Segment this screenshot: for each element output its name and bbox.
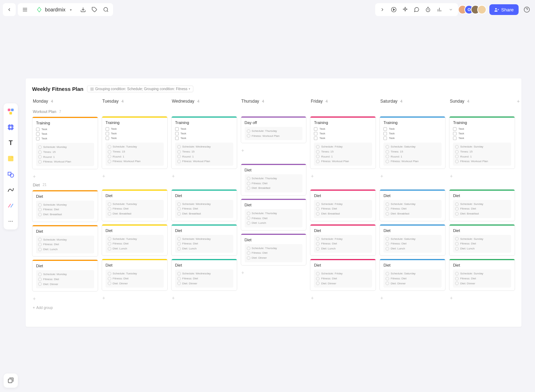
- column-wednesday: Wednesday4TrainingTaskTaskTaskSchedule: …: [171, 97, 237, 313]
- brand-dropdown[interactable]: boardmix ▾: [31, 7, 77, 12]
- add-card-button[interactable]: +: [310, 172, 376, 180]
- back-button[interactable]: [3, 3, 16, 16]
- chart-icon[interactable]: [434, 5, 444, 15]
- column-count: 4: [326, 99, 328, 103]
- diet-card[interactable]: DietSchedule: SaturdayFitness: DietDiet:…: [379, 224, 445, 256]
- training-card[interactable]: TrainingTaskTaskTaskSchedule: TuesdayTim…: [102, 116, 168, 169]
- add-group-button[interactable]: +Add group: [32, 303, 98, 313]
- diet-card[interactable]: DietSchedule: SundayFitness: DietDiet: B…: [449, 189, 515, 221]
- svg-point-28: [9, 221, 10, 222]
- add-card-button[interactable]: +: [32, 294, 98, 303]
- column-count: 4: [262, 99, 264, 103]
- diet-card[interactable]: DietSchedule: SaturdayFitness: DietDiet:…: [379, 259, 445, 291]
- svg-point-29: [10, 221, 11, 222]
- svg-rect-25: [8, 156, 14, 161]
- add-card-button[interactable]: +: [171, 172, 237, 180]
- svg-rect-17: [8, 109, 10, 111]
- diet-card[interactable]: DietSchedule: SaturdayFitness: DietDiet:…: [379, 189, 445, 221]
- diet-card[interactable]: DietSchedule: FridayFitness: DietDiet: L…: [310, 224, 376, 256]
- diet-card[interactable]: DietSchedule: ThursdayFitness: DietDiet:…: [241, 198, 307, 231]
- group-label-workout[interactable]: Workout Plan7: [32, 107, 98, 117]
- grouping-condition[interactable]: Grouping condition: Schedule; Grouping c…: [87, 86, 194, 92]
- svg-marker-7: [393, 9, 395, 10]
- column-thursday: Thursday4Day offSchedule: ThursdayFitnes…: [241, 97, 307, 313]
- diet-card[interactable]: DietSchedule: FridayFitness: DietDiet: D…: [310, 259, 376, 291]
- diet-card[interactable]: DietSchedule: FridayFitness: DietDiet: B…: [310, 189, 376, 221]
- svg-rect-34: [91, 89, 92, 90]
- text-tool-icon[interactable]: T: [6, 138, 15, 148]
- diet-card[interactable]: DietSchedule: MondayFitness: DietDiet: D…: [32, 259, 98, 292]
- collaborator-avatars[interactable]: O: [461, 5, 486, 14]
- add-card-button[interactable]: +: [310, 294, 376, 302]
- add-card-button[interactable]: +: [32, 172, 98, 181]
- chevron-down-icon: ▾: [70, 8, 72, 12]
- training-card[interactable]: TrainingTaskTaskTaskSchedule: WednesdayT…: [171, 116, 237, 169]
- share-button[interactable]: Share: [489, 4, 519, 15]
- column-monday: Monday4Workout Plan7TrainingTaskTaskTask…: [32, 97, 98, 313]
- column-count: 4: [51, 99, 53, 103]
- sparkle-icon[interactable]: [400, 5, 410, 15]
- add-card-button[interactable]: +: [171, 294, 237, 302]
- curve-tool-icon[interactable]: [6, 185, 15, 195]
- diet-card[interactable]: DietSchedule: SundayFitness: DietDiet: L…: [449, 224, 515, 256]
- add-card-button[interactable]: +: [241, 146, 307, 155]
- diet-card[interactable]: DietSchedule: SundayFitness: DietDiet: D…: [449, 259, 515, 291]
- svg-point-27: [10, 174, 14, 177]
- diet-card[interactable]: DietSchedule: ThursdayFitness: DietDiet:…: [241, 164, 307, 196]
- more-tools-icon[interactable]: [6, 217, 15, 226]
- help-icon[interactable]: [521, 4, 532, 15]
- training-card[interactable]: TrainingTaskTaskTaskSchedule: SaturdayTi…: [379, 116, 445, 169]
- shapes-tool-icon[interactable]: [6, 107, 15, 116]
- diet-card[interactable]: DietSchedule: TuesdayFitness: DietDiet: …: [102, 224, 168, 256]
- sticky-note-tool-icon[interactable]: [6, 154, 15, 163]
- diet-card[interactable]: DietSchedule: MondayFitness: DietDiet: L…: [32, 225, 98, 257]
- diet-card[interactable]: DietSchedule: WednesdayFitness: DietDiet…: [171, 224, 237, 256]
- more-chevron-icon[interactable]: [446, 5, 456, 15]
- training-card[interactable]: TrainingTaskTaskTaskSchedule: SundayTime…: [449, 116, 515, 169]
- diet-card[interactable]: DietSchedule: WednesdayFitness: DietDiet…: [171, 259, 237, 291]
- share-label: Share: [501, 7, 514, 12]
- svg-point-12: [495, 8, 497, 9]
- training-card[interactable]: TrainingTaskTaskTaskSchedule: MondayTime…: [32, 117, 98, 169]
- svg-rect-33: [92, 88, 93, 89]
- training-card[interactable]: Day offSchedule: ThursdayFitness: Workou…: [241, 116, 307, 143]
- svg-rect-18: [11, 109, 14, 111]
- connector-tool-icon[interactable]: [6, 201, 15, 210]
- tag-icon[interactable]: [90, 5, 100, 15]
- add-card-button[interactable]: +: [379, 172, 445, 180]
- group-label-diet[interactable]: Diet21: [32, 181, 98, 190]
- add-card-button[interactable]: +: [102, 172, 168, 180]
- diet-card[interactable]: DietSchedule: TuesdayFitness: DietDiet: …: [102, 189, 168, 221]
- column-friday: Friday4TrainingTaskTaskTaskSchedule: Fri…: [310, 97, 376, 313]
- frame-tool-icon[interactable]: [6, 123, 15, 132]
- add-column-button[interactable]: +: [515, 98, 521, 104]
- add-card-button[interactable]: +: [449, 172, 515, 180]
- shape-tool-icon[interactable]: [6, 170, 15, 179]
- column-name: Monday: [33, 99, 48, 104]
- layers-button[interactable]: [4, 373, 18, 388]
- training-card[interactable]: TrainingTaskTaskTaskSchedule: FridayTime…: [310, 116, 376, 169]
- comment-icon[interactable]: [412, 5, 422, 15]
- timer-icon[interactable]: [423, 5, 433, 15]
- diet-card[interactable]: DietSchedule: WednesdayFitness: DietDiet…: [171, 189, 237, 221]
- menu-icon[interactable]: [20, 5, 30, 15]
- column-name: Sunday: [450, 99, 464, 104]
- play-icon[interactable]: [389, 5, 399, 15]
- board-canvas: Weekly Fitness Plan Grouping condition: …: [26, 78, 521, 327]
- diet-card[interactable]: DietSchedule: MondayFitness: DietDiet: B…: [32, 190, 98, 222]
- svg-point-4: [104, 7, 108, 11]
- search-icon[interactable]: [101, 5, 111, 15]
- column-name: Tuesday: [102, 99, 119, 104]
- svg-rect-19: [9, 112, 12, 114]
- diet-card[interactable]: DietSchedule: TuesdayFitness: DietDiet: …: [102, 259, 168, 291]
- svg-rect-35: [92, 89, 93, 90]
- download-icon[interactable]: [78, 5, 88, 15]
- column-tuesday: Tuesday4TrainingTaskTaskTaskSchedule: Tu…: [102, 97, 168, 313]
- add-card-button[interactable]: +: [102, 294, 168, 302]
- add-card-button[interactable]: +: [449, 294, 515, 302]
- column-name: Wednesday: [172, 99, 194, 104]
- expand-icon[interactable]: [377, 5, 387, 15]
- diet-card[interactable]: DietSchedule: ThursdayFitness: DietDiet:…: [241, 233, 307, 265]
- add-card-button[interactable]: +: [379, 294, 445, 302]
- add-card-button[interactable]: +: [241, 268, 307, 277]
